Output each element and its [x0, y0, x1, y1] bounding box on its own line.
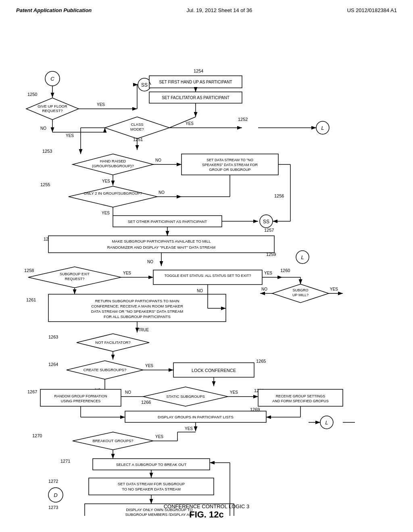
svg-text:1265: 1265 — [256, 359, 266, 364]
svg-text:YES: YES — [66, 133, 74, 138]
svg-text:NO: NO — [159, 190, 165, 195]
svg-text:SET DATA STREAM FOR SUBGROUP: SET DATA STREAM FOR SUBGROUP — [118, 482, 185, 486]
svg-text:C: C — [50, 76, 54, 82]
svg-text:GROUP OR SUBGROUP: GROUP OR SUBGROUP — [209, 168, 251, 172]
diagram-area: C 1250 GIVE UP FLOOR REQUEST? YES SS SET… — [0, 32, 413, 516]
svg-text:LOCK CONFERENCE: LOCK CONFERENCE — [192, 368, 236, 373]
figure-caption: CONFERENCE CONTROL LOGIC 3 FIG. 12c — [0, 503, 413, 520]
header-center: Jul. 19, 2012 Sheet 14 of 36 — [187, 7, 252, 13]
caption-sub: CONFERENCE CONTROL LOGIC 3 — [0, 503, 413, 509]
svg-text:SUBGROUP EXIT: SUBGROUP EXIT — [60, 272, 90, 276]
svg-text:RANDOMIZER AND DISPLAY "PLEASE: RANDOMIZER AND DISPLAY "PLEASE WAIT" DAT… — [107, 245, 216, 249]
svg-text:1253: 1253 — [42, 149, 52, 154]
svg-text:DISPLAY GROUPS IN PARTICIPANT : DISPLAY GROUPS IN PARTICIPANT LISTS — [158, 415, 234, 419]
svg-text:NO: NO — [261, 287, 267, 291]
svg-text:YES: YES — [123, 271, 131, 275]
svg-text:FOR ALL SUBGROUP PARTICIPANTS: FOR ALL SUBGROUP PARTICIPANTS — [104, 314, 171, 319]
page: Patent Application Publication Jul. 19, … — [0, 0, 413, 532]
svg-text:REQUEST?: REQUEST? — [65, 277, 85, 281]
svg-text:DATA STREAM OR "NO SPEAKERS" D: DATA STREAM OR "NO SPEAKERS" DATA STREAM — [91, 309, 183, 314]
svg-text:ONLY 2 IN GROUP/SUBGROUP?: ONLY 2 IN GROUP/SUBGROUP? — [84, 191, 142, 195]
svg-text:YES: YES — [102, 179, 110, 183]
svg-text:1252: 1252 — [238, 117, 248, 122]
svg-marker-55 — [69, 186, 157, 207]
header-left: Patent Application Publication — [16, 7, 92, 13]
svg-text:REQUEST?: REQUEST? — [42, 108, 63, 113]
svg-text:MAKE SUBGROUP PARTICIPANTS AVA: MAKE SUBGROUP PARTICIPANTS AVAILABLE TO … — [112, 239, 211, 243]
svg-text:1254: 1254 — [194, 69, 203, 73]
svg-text:CONFERENCE; RECEIVE A MAIN ROO: CONFERENCE; RECEIVE A MAIN ROOM SPEAKER — [91, 304, 183, 308]
svg-text:1267: 1267 — [27, 389, 37, 394]
svg-text:MODE?: MODE? — [130, 127, 144, 131]
svg-text:TOGGLE EXIT STATUS: ALL STATUS: TOGGLE EXIT STATUS: ALL STATUS SET TO EX… — [164, 274, 251, 278]
svg-text:1270: 1270 — [32, 433, 42, 438]
svg-text:1260: 1260 — [280, 268, 290, 273]
svg-text:1256: 1256 — [274, 193, 284, 198]
svg-text:YES: YES — [155, 434, 163, 439]
svg-text:CREATE SUBGROUPS?: CREATE SUBGROUPS? — [83, 368, 126, 372]
svg-text:NO: NO — [40, 126, 46, 131]
svg-text:1266: 1266 — [141, 400, 151, 405]
svg-text:TRUE: TRUE — [138, 328, 149, 332]
svg-text:UP MILL?: UP MILL? — [292, 293, 309, 297]
svg-text:1257: 1257 — [264, 228, 274, 233]
svg-text:1271: 1271 — [60, 459, 70, 463]
svg-text:1259: 1259 — [266, 252, 276, 257]
svg-text:SELECT A SUBGROUP TO BREAK OUT: SELECT A SUBGROUP TO BREAK OUT — [116, 462, 187, 467]
svg-text:(GROUP/SUBGROUP)?: (GROUP/SUBGROUP)? — [92, 164, 133, 168]
svg-text:D: D — [54, 492, 57, 498]
svg-text:HAND RAISED: HAND RAISED — [100, 159, 126, 163]
svg-text:NOT FACILITATOR?: NOT FACILITATOR? — [95, 340, 130, 345]
svg-text:YES: YES — [185, 426, 193, 431]
svg-text:YES: YES — [186, 121, 194, 126]
svg-text:SET DATA STREAM TO "NO: SET DATA STREAM TO "NO — [206, 158, 253, 162]
svg-text:1272: 1272 — [48, 479, 58, 484]
svg-text:L: L — [301, 254, 304, 260]
svg-text:YES: YES — [264, 271, 272, 275]
svg-text:SS: SS — [263, 219, 269, 224]
svg-text:AND FORM SPECIFIED GROPUS: AND FORM SPECIFIED GROPUS — [272, 399, 329, 403]
svg-text:SET FACILITATOR AS PARTICIPANT: SET FACILITATOR AS PARTICIPANT — [162, 96, 229, 100]
svg-text:SS: SS — [141, 82, 148, 88]
svg-text:YES: YES — [102, 211, 110, 215]
svg-text:YES: YES — [97, 102, 105, 107]
flowchart-svg: C 1250 GIVE UP FLOOR REQUEST? YES SS SET… — [0, 32, 413, 516]
svg-text:SUBGRO: SUBGRO — [292, 288, 308, 292]
svg-rect-171 — [89, 478, 214, 495]
svg-text:SPEAKERS" DATA STREAM FOR: SPEAKERS" DATA STREAM FOR — [202, 163, 258, 167]
svg-text:1250: 1250 — [27, 92, 37, 97]
svg-text:YES: YES — [230, 390, 238, 395]
svg-text:1255: 1255 — [40, 182, 50, 187]
caption-main: FIG. 12c — [0, 509, 413, 520]
svg-text:YES: YES — [145, 364, 153, 368]
svg-text:1269: 1269 — [250, 407, 260, 412]
svg-text:1258: 1258 — [24, 268, 34, 273]
svg-text:SET FIRST HAND UP AS PARTICIPA: SET FIRST HAND UP AS PARTICIPANT — [159, 80, 232, 84]
svg-text:USING PREFERENCES: USING PREFERENCES — [61, 399, 101, 403]
svg-text:BREAKOUT GROUPS?: BREAKOUT GROUPS? — [92, 438, 133, 443]
svg-text:CLASS: CLASS — [131, 122, 143, 127]
svg-text:NO: NO — [155, 158, 161, 162]
svg-text:GIVE UP FLOOR: GIVE UP FLOOR — [38, 104, 67, 108]
svg-text:SET OTHER PARTICIPANT AS PARTI: SET OTHER PARTICIPANT AS PARTICIPANT — [128, 219, 207, 224]
svg-text:L: L — [325, 420, 328, 426]
svg-text:NO: NO — [197, 289, 203, 293]
svg-text:TO NO SPEAKER DATA STREAM: TO NO SPEAKER DATA STREAM — [122, 487, 181, 491]
svg-text:1263: 1263 — [48, 335, 58, 339]
svg-text:1264: 1264 — [48, 362, 58, 367]
svg-rect-74 — [48, 236, 274, 253]
svg-text:L: L — [321, 125, 324, 131]
header-right: US 2012/0182384 A1 — [347, 7, 397, 13]
svg-text:NO: NO — [125, 390, 131, 395]
svg-text:RANDOM GROUP FORMATION: RANDOM GROUP FORMATION — [54, 394, 107, 398]
svg-text:STATIC SUBGROUPS: STATIC SUBGROUPS — [166, 394, 205, 399]
svg-text:RECEIVE GROUP SETTINGS: RECEIVE GROUP SETTINGS — [276, 394, 325, 398]
svg-text:1261: 1261 — [26, 297, 36, 302]
svg-text:NO: NO — [147, 260, 153, 264]
svg-text:1251: 1251 — [133, 137, 143, 142]
header: Patent Application Publication Jul. 19, … — [0, 0, 413, 17]
svg-text:YES: YES — [330, 287, 338, 291]
svg-text:RETURN SUBGROUP PARTICIPANTS T: RETURN SUBGROUP PARTICIPANTS TO MAIN — [95, 299, 179, 303]
